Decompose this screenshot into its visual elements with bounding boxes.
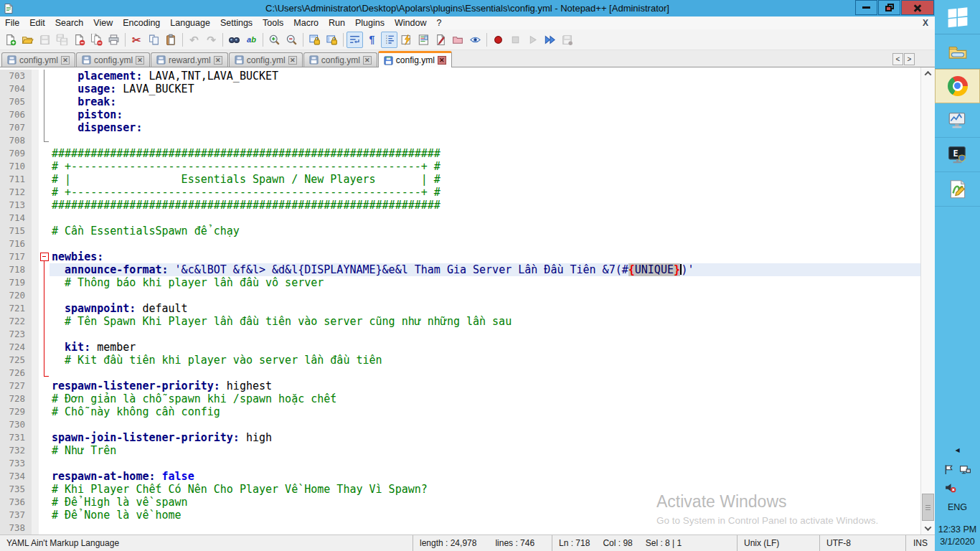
code-text[interactable]: dispenser: [50,121,920,134]
zoom-in-icon[interactable] [266,32,283,48]
show-hidden-icons-icon[interactable]: ◀ [955,447,959,453]
menu-item-edit[interactable]: Edit [24,18,50,28]
indent-guide-icon[interactable] [381,32,397,48]
tab-2-reward.yml[interactable]: reward.yml✕ [151,52,228,67]
menu-item-run[interactable]: Run [324,18,350,28]
copy-icon[interactable] [146,32,162,48]
document-map-icon[interactable] [415,32,432,48]
monitoring-icon[interactable] [467,32,484,48]
macro-save-icon[interactable] [559,32,575,48]
code-text[interactable] [50,134,920,147]
clock-time[interactable]: 12:33 PM [938,524,977,536]
scrollbar-thumb[interactable] [922,494,934,521]
taskbar-file-explorer-icon[interactable] [935,34,980,69]
code-text[interactable]: respawn-at-home: false [50,470,920,483]
code-text[interactable]: ########################################… [50,147,920,160]
language-indicator[interactable]: ENG [948,502,967,512]
code-text[interactable]: # Đơn giản là chỗ spawn khi /spawn hoặc … [50,392,920,405]
macro-play-icon[interactable] [524,32,541,48]
tab-scroll-left-icon[interactable]: < [892,53,903,65]
scroll-down-icon[interactable] [921,522,935,534]
code-text[interactable] [50,237,920,250]
menu-item-tools[interactable]: Tools [258,18,288,28]
paste-icon[interactable] [163,32,179,48]
code-text[interactable]: # Như Trên [50,444,920,457]
menu-item-file[interactable]: File [0,18,24,28]
menu-item-macro[interactable]: Macro [288,18,324,28]
start-button[interactable] [935,0,980,34]
document-list-icon[interactable] [433,32,449,48]
code-text[interactable] [50,367,920,380]
tab-scroll-right-icon[interactable]: > [904,53,915,65]
function-list-icon[interactable] [398,32,415,48]
tab-close-icon[interactable]: ✕ [214,56,222,65]
menu-item-help[interactable]: ? [431,18,446,28]
code-text[interactable] [50,212,920,225]
code-text[interactable]: piston: [50,108,920,121]
fold-collapse-icon[interactable] [39,250,50,263]
network-icon[interactable] [959,463,971,479]
menu-item-search[interactable]: Search [50,18,89,28]
restore-button[interactable] [878,0,900,15]
sync-vertical-scroll-icon[interactable] [306,32,323,48]
menu-item-plugins[interactable]: Plugins [350,18,390,28]
zoom-out-icon[interactable] [283,32,300,48]
tab-3-config.yml[interactable]: config.yml✕ [229,52,303,67]
folder-as-workspace-icon[interactable] [450,32,466,48]
tab-close-icon[interactable]: ✕ [288,56,297,65]
code-text[interactable] [50,418,920,431]
show-all-characters-icon[interactable]: ¶ [364,32,380,48]
code-text[interactable]: placement: LAVA,TNT,LAVA_BUCKET [50,70,920,83]
code-text[interactable] [50,457,920,470]
code-text[interactable]: usage: LAVA_BUCKET [50,83,920,95]
find-icon[interactable] [226,32,242,48]
tab-close-icon[interactable]: ✕ [363,56,372,65]
code-text[interactable]: spawnpoint: default [50,302,920,315]
sync-horizontal-scroll-icon[interactable] [324,32,340,48]
code-text[interactable] [50,289,920,302]
code-text[interactable] [50,328,920,341]
undo-icon[interactable]: ↶ [186,32,202,48]
code-text[interactable]: newbies: [50,250,920,263]
taskbar-notepad-plus-plus-icon[interactable] [935,172,980,207]
macro-record-icon[interactable] [490,32,507,48]
code-text[interactable]: # Chỗ này không cần config [50,405,920,418]
print-icon[interactable] [105,32,122,48]
code-text[interactable]: respawn-listener-priority: highest [50,380,920,392]
close-file-icon[interactable] [71,32,88,48]
macro-stop-icon[interactable] [507,32,524,48]
tab-close-icon[interactable]: ✕ [136,56,144,65]
close-button[interactable] [901,0,934,15]
taskbar-chrome-icon[interactable] [935,69,980,103]
tab-1-config.yml[interactable]: config.yml✕ [76,52,150,67]
code-text[interactable]: # | Essentials Spawn / New Players | # [50,173,920,186]
code-text[interactable]: # +-------------------------------------… [50,186,920,199]
macro-run-multiple-icon[interactable] [542,32,558,48]
redo-icon[interactable]: ↷ [203,32,220,48]
code-text[interactable]: # Kit đầu tiên khi player vào server lần… [50,354,920,367]
tab-close-icon[interactable]: ✕ [438,56,446,65]
close-all-icon[interactable] [88,32,105,48]
tab-0-config.yml[interactable]: config.yml✕ [1,52,75,67]
open-file-icon[interactable] [19,32,36,48]
new-file-icon[interactable] [2,32,19,48]
menu-item-encoding[interactable]: Encoding [118,18,165,28]
tab-4-config.yml[interactable]: config.yml✕ [303,52,377,67]
code-text[interactable]: break: [50,95,920,108]
replace-icon[interactable]: ab [243,32,260,48]
volume-muted-icon[interactable] [944,481,956,496]
code-text[interactable]: announce-format: '&c&lBOT &f&l> &d&l{DIS… [50,263,920,276]
menu-item-window[interactable]: Window [390,18,431,28]
code-text[interactable]: # Tên Spawn Khi Player lần đầu tiên vào … [50,315,920,328]
word-wrap-icon[interactable] [347,32,363,48]
tab-close-icon[interactable]: ✕ [61,56,70,65]
taskbar-server-console-icon[interactable]: E [935,138,980,172]
minimize-button[interactable] [855,0,877,15]
code-text[interactable]: # Cần EssentialsSpawn để chạy [50,225,920,237]
clock-date[interactable]: 3/1/2020 [940,536,975,548]
save-file-icon[interactable] [37,32,53,48]
menu-item-settings[interactable]: Settings [215,18,258,28]
code-text[interactable]: ########################################… [50,199,920,212]
scroll-up-icon[interactable] [921,67,935,80]
tab-5-config.yml[interactable]: config.yml✕ [378,51,452,67]
